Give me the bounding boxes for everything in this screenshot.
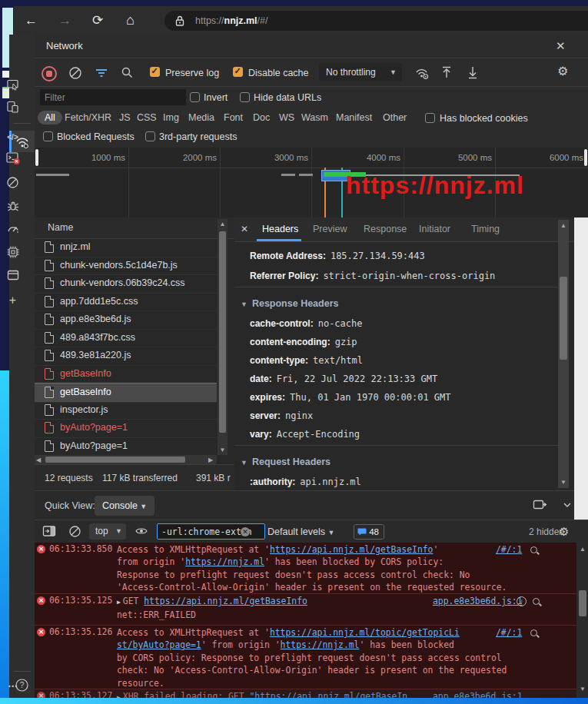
inspect-tool-icon[interactable]	[0, 77, 25, 97]
search-icon[interactable]	[121, 66, 134, 82]
home-icon[interactable]: ⌂	[126, 6, 135, 35]
request-list-scrollbar[interactable]: ▲ ▼	[218, 219, 228, 455]
throttling-select[interactable]: No throttling ▼	[319, 63, 402, 81]
search-icon[interactable]	[530, 546, 540, 556]
filter-type-wasm[interactable]: Wasm	[301, 112, 328, 123]
forward-icon[interactable]: →	[58, 6, 71, 35]
scrollbar-thumb[interactable]	[560, 277, 567, 360]
request-row[interactable]: inspector.js	[35, 401, 217, 420]
filter-type-ws[interactable]: WS	[279, 112, 294, 123]
application-window-icon[interactable]	[0, 267, 25, 287]
details-scrollbar[interactable]: ▲ ▼	[558, 220, 569, 488]
third-party-checkbox[interactable]	[145, 131, 155, 141]
source-location-link[interactable]: /#/:1	[496, 627, 522, 638]
help-icon[interactable]: ?	[15, 678, 30, 693]
filter-type-manifest[interactable]: Manifest	[336, 112, 372, 123]
request-row-error[interactable]: byAuto?page=1	[35, 419, 217, 438]
tab-initiator[interactable]: Initiator	[419, 218, 450, 241]
preserve-log-checkbox[interactable]	[150, 67, 160, 77]
clear-filter-icon[interactable]: ✕	[241, 527, 250, 536]
origin-url-link[interactable]: https://nnjz.ml	[185, 556, 264, 567]
request-url-link[interactable]: "https://api.nnjz.ml/getBaseIn	[249, 691, 407, 698]
url-bar[interactable]: https://nnjz.ml/#/	[164, 11, 588, 31]
scroll-down-icon[interactable]: ▼	[558, 479, 569, 486]
scroll-up-icon[interactable]: ▲	[218, 221, 228, 227]
source-location-link[interactable]: app.e8e3be6d.js:1	[433, 596, 523, 606]
overview-left-handle[interactable]	[35, 149, 38, 166]
origin-url-link[interactable]: https://nnjz.ml	[281, 639, 360, 650]
network-tool-icon[interactable]	[9, 134, 35, 154]
circled-info-icon[interactable]: ⅈ	[517, 596, 527, 606]
collapse-chevron-icon[interactable]	[562, 500, 573, 513]
scroll-up-icon[interactable]: ▲	[558, 222, 569, 229]
tab-preview[interactable]: Preview	[313, 218, 347, 241]
source-location-link[interactable]: app.e8e3be6d.js:1	[433, 691, 523, 698]
response-headers-section[interactable]: ▼Response Headers	[241, 296, 338, 310]
request-blocking-icon[interactable]	[0, 175, 25, 195]
request-url-link[interactable]: https://api.nnjz.ml/getBaseInfo	[144, 596, 307, 606]
record-button[interactable]	[42, 66, 57, 81]
refresh-icon[interactable]: ⟳	[92, 6, 103, 35]
scrollbar-thumb[interactable]	[45, 457, 185, 463]
request-row[interactable]: 489.3e81a220.js	[35, 347, 217, 366]
scroll-right-icon[interactable]: ▶	[208, 457, 213, 463]
filter-toggle-icon[interactable]	[95, 68, 108, 81]
hide-data-urls-checkbox[interactable]	[240, 92, 250, 102]
filter-type-fetchxhr[interactable]: Fetch/XHR	[65, 112, 111, 123]
expand-triangle-icon[interactable]: ▶	[117, 694, 121, 698]
request-row[interactable]: byAuto?page=1	[35, 437, 217, 457]
request-url-link[interactable]: https://api.nnjz.ml/getBaseInfo	[270, 544, 434, 555]
console-error-message[interactable]: ✕ 06:13:35.126 Access to XMLHttpRequest …	[35, 626, 576, 689]
context-select[interactable]: top ▼	[89, 523, 126, 540]
close-devtools-icon[interactable]: ✕	[556, 35, 566, 58]
scroll-left-icon[interactable]: ◀	[36, 457, 41, 463]
default-levels-select[interactable]: Default levels ▼	[267, 526, 334, 537]
tab-timing[interactable]: Timing	[471, 218, 500, 241]
timeline-overview[interactable]: 1000 ms 2000 ms 3000 ms 4000 ms 5000 ms …	[35, 148, 588, 218]
request-row-error[interactable]: getBaseInfo	[35, 365, 217, 384]
settings-gear-icon[interactable]: ⚙	[557, 64, 568, 78]
scroll-down-icon[interactable]: ▼	[218, 447, 228, 453]
quick-view-select[interactable]: Console ▼	[95, 496, 154, 516]
name-column-header[interactable]: Name	[35, 218, 234, 239]
filter-type-css[interactable]: CSS	[137, 112, 157, 123]
filter-type-all[interactable]: All	[38, 111, 62, 125]
scroll-down-icon[interactable]: ▼	[577, 686, 588, 692]
network-filter-input[interactable]	[40, 89, 186, 105]
request-row[interactable]: app.7ddd1e5c.css	[35, 293, 217, 312]
tab-response[interactable]: Response	[364, 218, 407, 241]
request-row[interactable]: chunk-vendors.5c1d4e7b.js	[35, 257, 217, 276]
filter-type-media[interactable]: Media	[188, 112, 214, 123]
debugger-bug-icon[interactable]	[0, 198, 25, 218]
filter-type-font[interactable]: Font	[224, 112, 243, 123]
disable-cache-checkbox[interactable]	[233, 67, 243, 77]
scrollbar-thumb[interactable]	[579, 590, 586, 616]
invert-checkbox[interactable]	[190, 92, 200, 102]
blocked-requests-checkbox[interactable]	[43, 131, 53, 141]
console-scrollbar[interactable]: ▲ ▼	[577, 543, 588, 698]
overview-right-handle[interactable]	[584, 149, 587, 166]
filter-type-js[interactable]: JS	[119, 112, 131, 123]
performance-gauge-icon[interactable]	[0, 221, 25, 241]
console-sidebar-toggle-icon[interactable]	[42, 525, 56, 540]
clear-button[interactable]	[68, 66, 82, 83]
import-har-icon[interactable]	[440, 65, 453, 83]
request-row[interactable]: 489.a843f7bc.css	[35, 329, 217, 348]
request-row[interactable]: app.e8e3be6d.js	[35, 310, 217, 330]
request-row[interactable]: nnjz.ml	[35, 238, 217, 257]
console-error-message-partial[interactable]: ✕ 06:13:35.127 ▶XHR failed loading: GET …	[35, 689, 576, 698]
request-row-selected[interactable]: getBaseInfo	[35, 383, 217, 403]
dock-panel-icon[interactable]	[533, 499, 547, 514]
export-har-icon[interactable]	[467, 65, 479, 83]
filter-type-img[interactable]: Img	[163, 112, 179, 123]
search-icon[interactable]	[533, 598, 542, 607]
request-row[interactable]: chunk-vendors.06b39c24.css	[35, 274, 217, 294]
expand-triangle-icon[interactable]: ▶	[117, 599, 121, 606]
issues-count-badge[interactable]: 48	[354, 524, 384, 540]
clear-console-icon[interactable]	[68, 525, 81, 541]
search-icon[interactable]	[530, 629, 540, 639]
filter-type-doc[interactable]: Doc	[253, 112, 270, 123]
console-settings-gear-icon[interactable]: ⚙	[559, 525, 569, 539]
console-error-message[interactable]: ✕ 06:13:33.850 Access to XMLHttpRequest …	[35, 543, 576, 594]
scroll-up-icon[interactable]: ▲	[577, 546, 588, 553]
